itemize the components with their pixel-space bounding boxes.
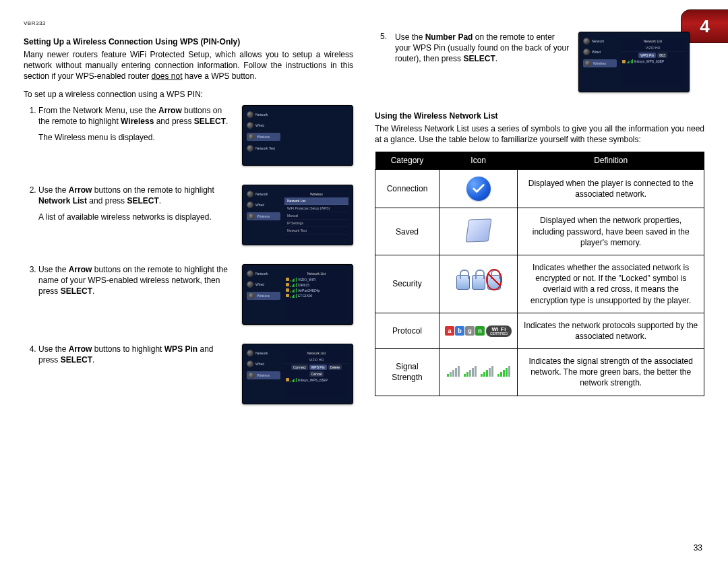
checkmark-icon [466, 177, 491, 201]
page-number: 33 [694, 543, 702, 553]
category-cell: Saved [375, 208, 439, 255]
screenshot-step-5: NetworkWiredWirelessNetwork ListVIZIO HD… [578, 32, 690, 92]
step-5-text: Use the Number Pad on the remote to ente… [395, 32, 570, 65]
step-2-text: Use the Arrow buttons on the remote to h… [38, 185, 234, 223]
screenshot-step-2: NetworkWiredWirelessWirelessNetwork List… [242, 185, 353, 245]
bars-icon-cell [439, 349, 518, 396]
section-title-wps-pin: Setting Up a Wireless Connection Using W… [24, 37, 353, 46]
col-header-category: Category [375, 152, 439, 170]
category-cell: Signal Strength [375, 349, 439, 396]
lead-sentence: To set up a wireless connection using a … [24, 89, 353, 100]
category-cell: Protocol [375, 313, 439, 348]
step-2: Use the Arrow buttons on the remote to h… [38, 185, 353, 245]
check-icon-cell [439, 170, 518, 208]
steps-list: From the Network Menu, use the Arrow but… [24, 105, 353, 404]
proto-icon-cell: abgnWi FiCERTIFIED [439, 313, 518, 348]
category-cell: Connection [375, 170, 439, 208]
floppy-disk-icon [467, 219, 490, 242]
screenshot-step-4: NetworkWiredWirelessNetwork ListVIZIO HD… [242, 344, 353, 404]
screenshot-step-3: NetworkWiredWirelessNetwork ListVIZIO_WI… [242, 264, 353, 325]
step-5-number: 5. [375, 32, 387, 41]
definition-cell: Indicates the signal strength of the ass… [518, 349, 704, 396]
step-3: Use the Arrow buttons on the remote to h… [38, 264, 353, 325]
col-header-icon: Icon [439, 152, 518, 170]
intro-paragraph: Many newer routers feature WiFi Protecte… [24, 49, 353, 82]
step-5: 5. Use the Number Pad on the remote to e… [375, 32, 704, 92]
locks-icon-cell [439, 255, 518, 313]
definition-cell: Displayed when the network properties, i… [518, 208, 704, 255]
category-cell: Security [375, 255, 439, 313]
step-1: From the Network Menu, use the Arrow but… [38, 105, 353, 166]
definition-cell: Displayed when the player is connected t… [518, 170, 704, 208]
definition-cell: Indicates whether the associated network… [518, 255, 704, 313]
table-row: SecurityIndicates whether the associated… [375, 255, 704, 313]
symbol-table: Category Icon Definition ConnectionDispl… [375, 152, 704, 396]
wifi-protocol-icon: abgnWi FiCERTIFIED [445, 325, 512, 337]
table-row: SavedDisplayed when the network properti… [375, 208, 704, 255]
step-3-text: Use the Arrow buttons on the remote to h… [38, 264, 234, 297]
lock-icons [456, 275, 501, 290]
step-4-text: Use the Arrow buttons to highlight WPS P… [38, 344, 234, 365]
screenshot-step-1: NetworkWiredWirelessNetwork Test [242, 105, 353, 166]
right-column: 5. Use the Number Pad on the remote to e… [375, 32, 704, 423]
step-1-text: From the Network Menu, use the Arrow but… [38, 105, 234, 144]
signal-strength-icon [447, 365, 510, 377]
table-row: ConnectionDisplayed when the player is c… [375, 170, 704, 208]
left-column: Setting Up a Wireless Connection Using W… [24, 32, 353, 423]
table-row: ProtocolabgnWi FiCERTIFIEDIndicates the … [375, 313, 704, 348]
col-header-definition: Definition [518, 152, 704, 170]
section-title-network-list: Using the Wireless Network List [375, 111, 704, 121]
header-model: VBR333 [24, 20, 704, 26]
save-icon-cell [439, 208, 518, 255]
definition-cell: Indicates the network protocols supporte… [518, 313, 704, 348]
network-list-intro: The Wireless Network List uses a series … [375, 123, 704, 145]
step-4: Use the Arrow buttons to highlight WPS P… [38, 344, 353, 404]
table-row: Signal StrengthIndicates the signal stre… [375, 349, 704, 396]
